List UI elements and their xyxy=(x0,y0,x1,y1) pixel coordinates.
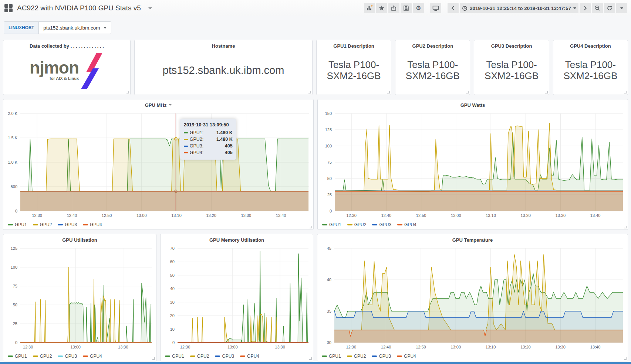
panel-resize-handle[interactable] xyxy=(387,91,390,93)
dashboard-title[interactable]: AC922 with NVIDIA P100 GPU Stats v5 xyxy=(17,4,141,12)
gpu-watts-chart[interactable]: 025507510012515012:3012:4012:5013:0013:1… xyxy=(318,110,628,220)
legend-item-gpu4[interactable]: GPU4 xyxy=(83,354,102,359)
panel-resize-handle[interactable] xyxy=(624,226,627,228)
legend-item-gpu4[interactable]: GPU4 xyxy=(83,222,102,227)
panel-resize-handle[interactable] xyxy=(624,357,627,360)
time-back-button[interactable] xyxy=(448,3,459,13)
refresh-button[interactable] xyxy=(604,3,615,13)
svg-text:100: 100 xyxy=(325,144,332,148)
legend-item-gpu3[interactable]: GPU3 xyxy=(372,222,391,227)
legend-item-gpu1[interactable]: GPU1 xyxy=(322,354,341,359)
gpu4-series-swatch xyxy=(184,152,188,153)
svg-text:13:00: 13:00 xyxy=(136,213,147,218)
svg-text:1.5 K: 1.5 K xyxy=(8,136,17,140)
panel-title[interactable]: GPU Memory Utilisation xyxy=(161,234,313,245)
panel-resize-handle[interactable] xyxy=(466,91,469,93)
panel-title[interactable]: GPU Temperature xyxy=(317,234,628,245)
gpu2-series-swatch xyxy=(184,139,188,140)
gpu2-description-value: Tesla P100-SXM2-16GB xyxy=(398,59,467,82)
panel-resize-handle[interactable] xyxy=(126,91,129,93)
panel-gpu1-description: GPU1 Description Tesla P100-SXM2-16GB xyxy=(316,40,391,95)
legend-item-gpu4[interactable]: GPU4 xyxy=(397,222,416,227)
gpu-temperature-legend: GPU1GPU2GPU3GPU4 xyxy=(317,351,628,361)
gpu-temperature-chart[interactable]: 3035404512:3012:4012:5013:0013:1013:2013… xyxy=(317,245,628,351)
panel-menu-caret-icon[interactable] xyxy=(169,104,172,106)
panel-title[interactable]: GPU Watts xyxy=(318,99,628,110)
chevron-right-icon xyxy=(583,6,587,11)
legend-item-gpu2[interactable]: GPU2 xyxy=(33,354,52,359)
hostname-value: pts152.sbank.uk.ibm.com xyxy=(163,64,284,76)
legend-item-gpu4[interactable]: GPU4 xyxy=(397,354,416,359)
svg-text:150: 150 xyxy=(325,111,332,116)
svg-text:125: 125 xyxy=(11,246,17,251)
legend-item-gpu2[interactable]: GPU2 xyxy=(347,222,367,227)
zoom-out-icon xyxy=(594,5,600,11)
legend-item-gpu3[interactable]: GPU3 xyxy=(58,354,77,359)
svg-text:10: 10 xyxy=(170,327,175,331)
legend-item-gpu3[interactable]: GPU3 xyxy=(372,354,391,359)
panel-title[interactable]: GPU Utilisation xyxy=(3,234,156,245)
panel-resize-handle[interactable] xyxy=(310,226,312,228)
panel-title[interactable]: Hostname xyxy=(135,40,312,51)
panel-resize-handle[interactable] xyxy=(309,357,312,360)
panel-title[interactable]: GPU MHz xyxy=(3,99,313,110)
legend-item-gpu1[interactable]: GPU1 xyxy=(322,222,341,227)
share-icon xyxy=(391,5,397,11)
svg-text:125: 125 xyxy=(325,127,332,132)
legend-item-gpu1[interactable]: GPU1 xyxy=(165,354,184,359)
legend-item-gpu1[interactable]: GPU1 xyxy=(8,354,27,359)
panel-resize-handle[interactable] xyxy=(308,91,311,93)
panel-title[interactable]: GPU4 Description xyxy=(553,40,628,51)
dashboard-grid-icon[interactable] xyxy=(4,4,13,12)
legend-item-gpu3[interactable]: GPU3 xyxy=(58,222,77,227)
settings-button[interactable]: ⚙ xyxy=(413,3,424,13)
variable-value-text: pts152.sbank.uk.ibm.com xyxy=(43,25,100,31)
panel-title-text: GPU MHz xyxy=(145,102,167,108)
gpu1-description-value: Tesla P100-SXM2-16GB xyxy=(320,59,388,82)
add-panel-button[interactable] xyxy=(364,3,375,13)
panel-title[interactable]: Data collected by . . . . . . . . . . . … xyxy=(3,40,130,51)
time-range-caret-icon xyxy=(573,7,576,9)
variable-value-dropdown[interactable]: pts152.sbank.uk.ibm.com xyxy=(39,22,111,34)
panel-resize-handle[interactable] xyxy=(624,91,627,93)
refresh-interval-dropdown[interactable] xyxy=(616,3,627,13)
legend-item-gpu1[interactable]: GPU1 xyxy=(8,222,27,227)
njmon-logo-text: njmon xyxy=(30,60,79,75)
panel-title[interactable]: GPU2 Description xyxy=(395,40,470,51)
panel-hostname: Hostname pts152.sbank.uk.ibm.com xyxy=(134,40,313,95)
panel-title[interactable]: GPU3 Description xyxy=(474,40,549,51)
legend-item-gpu2[interactable]: GPU2 xyxy=(33,222,52,227)
gpu-memory-utilisation-chart[interactable]: 01020304050607012:3013:0013:30 xyxy=(161,245,313,351)
panel-gpu-utilisation: GPU Utilisation 025507510012512:3013:001… xyxy=(3,234,156,361)
svg-text:40: 40 xyxy=(327,278,331,282)
tooltip-row: GPU2:1.480 K xyxy=(184,137,233,142)
cycle-view-button[interactable] xyxy=(430,3,441,13)
svg-text:13:20: 13:20 xyxy=(520,213,531,218)
star-icon xyxy=(379,5,385,11)
svg-text:0: 0 xyxy=(172,340,175,345)
panel-title[interactable]: GPU1 Description xyxy=(317,40,391,51)
svg-text:50: 50 xyxy=(13,303,17,307)
legend-item-gpu2[interactable]: GPU2 xyxy=(190,354,209,359)
legend-item-gpu2[interactable]: GPU2 xyxy=(347,354,366,359)
svg-text:0: 0 xyxy=(330,209,332,213)
svg-text:13:00: 13:00 xyxy=(451,213,461,218)
legend-item-gpu3[interactable]: GPU3 xyxy=(215,354,234,359)
gpu-mhz-chart[interactable]: 05001.0 K1.5 K2.0 K12:3012:4012:5013:001… xyxy=(3,110,313,220)
save-button[interactable] xyxy=(401,3,412,13)
legend-item-gpu4[interactable]: GPU4 xyxy=(240,354,259,359)
gpu-utilisation-chart[interactable]: 025507510012512:3013:0013:30 xyxy=(3,245,156,351)
panel-resize-handle[interactable] xyxy=(545,91,548,93)
share-button[interactable] xyxy=(388,3,399,13)
svg-text:50: 50 xyxy=(170,273,175,278)
panel-resize-handle[interactable] xyxy=(152,357,155,360)
svg-text:13:00: 13:00 xyxy=(70,345,81,349)
svg-text:13:00: 13:00 xyxy=(227,345,238,349)
svg-text:13:40: 13:40 xyxy=(590,213,601,218)
time-range-picker[interactable]: 2019-10-31 12:25:14 to 2019-10-31 13:47:… xyxy=(460,3,578,13)
dashboard-title-caret-icon[interactable] xyxy=(148,7,152,9)
zoom-out-button[interactable] xyxy=(592,3,603,13)
favorite-button[interactable] xyxy=(376,3,387,13)
time-forward-button[interactable] xyxy=(580,3,591,13)
svg-text:13:10: 13:10 xyxy=(486,213,496,218)
